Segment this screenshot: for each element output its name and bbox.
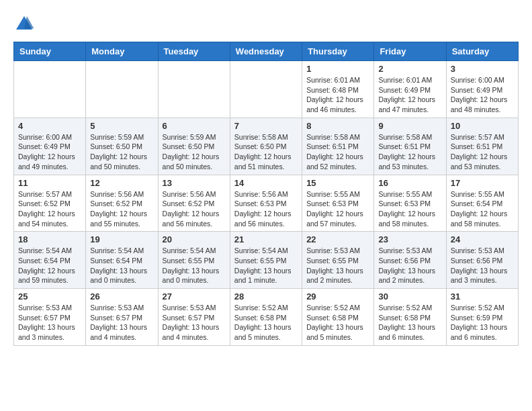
calendar-cell: 8Sunrise: 5:58 AM Sunset: 6:51 PM Daylig… <box>302 118 374 175</box>
calendar-week-row: 1Sunrise: 6:01 AM Sunset: 6:48 PM Daylig… <box>14 61 519 118</box>
calendar-cell: 18Sunrise: 5:54 AM Sunset: 6:54 PM Dayli… <box>14 232 86 289</box>
day-info: Sunrise: 5:53 AM Sunset: 6:57 PM Dayligh… <box>163 303 226 342</box>
calendar-cell: 23Sunrise: 5:53 AM Sunset: 6:56 PM Dayli… <box>374 232 446 289</box>
page-header <box>13 13 519 35</box>
day-number: 19 <box>90 234 153 244</box>
calendar-cell: 24Sunrise: 5:53 AM Sunset: 6:56 PM Dayli… <box>446 232 518 289</box>
calendar-cell: 13Sunrise: 5:56 AM Sunset: 6:52 PM Dayli… <box>158 175 230 232</box>
day-number: 20 <box>163 234 226 244</box>
day-number: 4 <box>18 121 81 131</box>
calendar-cell: 28Sunrise: 5:52 AM Sunset: 6:58 PM Dayli… <box>230 289 302 346</box>
calendar-cell <box>14 61 86 118</box>
calendar-cell: 7Sunrise: 5:58 AM Sunset: 6:50 PM Daylig… <box>230 118 302 175</box>
day-number: 8 <box>306 121 369 131</box>
calendar-cell: 3Sunrise: 6:00 AM Sunset: 6:49 PM Daylig… <box>446 61 518 118</box>
day-info: Sunrise: 5:52 AM Sunset: 6:58 PM Dayligh… <box>378 303 441 342</box>
calendar-cell: 12Sunrise: 5:56 AM Sunset: 6:52 PM Dayli… <box>86 175 158 232</box>
day-number: 23 <box>378 234 441 244</box>
day-number: 30 <box>378 291 441 302</box>
calendar-cell: 14Sunrise: 5:56 AM Sunset: 6:53 PM Dayli… <box>230 175 302 232</box>
day-number: 27 <box>163 291 226 302</box>
day-number: 16 <box>378 178 441 188</box>
day-info: Sunrise: 5:56 AM Sunset: 6:52 PM Dayligh… <box>163 189 226 229</box>
day-number: 11 <box>18 178 81 188</box>
day-info: Sunrise: 6:01 AM Sunset: 6:48 PM Dayligh… <box>306 75 369 115</box>
calendar-cell: 9Sunrise: 5:58 AM Sunset: 6:51 PM Daylig… <box>374 118 446 175</box>
day-info: Sunrise: 5:53 AM Sunset: 6:56 PM Dayligh… <box>378 246 441 285</box>
calendar-cell: 31Sunrise: 5:52 AM Sunset: 6:59 PM Dayli… <box>446 289 518 346</box>
day-info: Sunrise: 5:58 AM Sunset: 6:51 PM Dayligh… <box>378 132 441 172</box>
day-info: Sunrise: 5:52 AM Sunset: 6:58 PM Dayligh… <box>234 303 298 342</box>
day-number: 14 <box>234 178 298 188</box>
calendar-week-row: 4Sunrise: 6:00 AM Sunset: 6:49 PM Daylig… <box>14 118 519 175</box>
calendar-cell: 4Sunrise: 6:00 AM Sunset: 6:49 PM Daylig… <box>14 118 86 175</box>
calendar-cell: 6Sunrise: 5:59 AM Sunset: 6:50 PM Daylig… <box>158 118 230 175</box>
day-info: Sunrise: 5:53 AM Sunset: 6:57 PM Dayligh… <box>18 303 81 342</box>
day-info: Sunrise: 5:52 AM Sunset: 6:59 PM Dayligh… <box>451 303 514 342</box>
day-number: 7 <box>234 121 298 131</box>
day-info: Sunrise: 5:54 AM Sunset: 6:55 PM Dayligh… <box>163 246 226 285</box>
calendar-cell: 26Sunrise: 5:53 AM Sunset: 6:57 PM Dayli… <box>86 289 158 346</box>
day-info: Sunrise: 6:01 AM Sunset: 6:49 PM Dayligh… <box>378 75 441 115</box>
day-info: Sunrise: 5:55 AM Sunset: 6:53 PM Dayligh… <box>306 189 369 229</box>
day-info: Sunrise: 5:58 AM Sunset: 6:50 PM Dayligh… <box>234 132 298 172</box>
day-number: 10 <box>451 121 514 131</box>
calendar-cell: 17Sunrise: 5:55 AM Sunset: 6:54 PM Dayli… <box>446 175 518 232</box>
calendar-week-row: 25Sunrise: 5:53 AM Sunset: 6:57 PM Dayli… <box>14 289 519 346</box>
day-number: 15 <box>306 178 369 188</box>
day-info: Sunrise: 5:54 AM Sunset: 6:54 PM Dayligh… <box>90 246 153 285</box>
calendar-cell: 25Sunrise: 5:53 AM Sunset: 6:57 PM Dayli… <box>14 289 86 346</box>
day-number: 24 <box>451 234 514 244</box>
day-number: 6 <box>163 121 226 131</box>
calendar-cell <box>158 61 230 118</box>
calendar-cell: 15Sunrise: 5:55 AM Sunset: 6:53 PM Dayli… <box>302 175 374 232</box>
day-info: Sunrise: 5:53 AM Sunset: 6:56 PM Dayligh… <box>451 246 514 285</box>
calendar-week-row: 11Sunrise: 5:57 AM Sunset: 6:52 PM Dayli… <box>14 175 519 232</box>
calendar-week-row: 18Sunrise: 5:54 AM Sunset: 6:54 PM Dayli… <box>14 232 519 289</box>
day-number: 2 <box>378 64 441 74</box>
day-info: Sunrise: 5:58 AM Sunset: 6:51 PM Dayligh… <box>306 132 369 172</box>
day-info: Sunrise: 6:00 AM Sunset: 6:49 PM Dayligh… <box>18 132 81 172</box>
day-info: Sunrise: 5:59 AM Sunset: 6:50 PM Dayligh… <box>163 132 226 172</box>
day-number: 3 <box>451 64 514 74</box>
day-number: 29 <box>306 291 369 302</box>
day-number: 21 <box>234 234 298 244</box>
day-info: Sunrise: 5:59 AM Sunset: 6:50 PM Dayligh… <box>90 132 153 172</box>
day-info: Sunrise: 5:56 AM Sunset: 6:53 PM Dayligh… <box>234 189 298 229</box>
day-number: 9 <box>378 121 441 131</box>
weekday-header-friday: Friday <box>374 42 446 61</box>
calendar-cell: 22Sunrise: 5:53 AM Sunset: 6:55 PM Dayli… <box>302 232 374 289</box>
weekday-header-thursday: Thursday <box>302 42 374 61</box>
day-info: Sunrise: 5:53 AM Sunset: 6:55 PM Dayligh… <box>306 246 369 285</box>
calendar-cell: 5Sunrise: 5:59 AM Sunset: 6:50 PM Daylig… <box>86 118 158 175</box>
weekday-header-sunday: Sunday <box>14 42 86 61</box>
calendar-header-row: SundayMondayTuesdayWednesdayThursdayFrid… <box>14 42 519 61</box>
calendar-cell: 20Sunrise: 5:54 AM Sunset: 6:55 PM Dayli… <box>158 232 230 289</box>
day-info: Sunrise: 6:00 AM Sunset: 6:49 PM Dayligh… <box>451 75 514 115</box>
day-info: Sunrise: 5:55 AM Sunset: 6:53 PM Dayligh… <box>378 189 441 229</box>
day-info: Sunrise: 5:57 AM Sunset: 6:51 PM Dayligh… <box>451 132 514 172</box>
calendar-cell: 19Sunrise: 5:54 AM Sunset: 6:54 PM Dayli… <box>86 232 158 289</box>
day-number: 22 <box>306 234 369 244</box>
day-info: Sunrise: 5:53 AM Sunset: 6:57 PM Dayligh… <box>90 303 153 342</box>
weekday-header-saturday: Saturday <box>446 42 518 61</box>
day-number: 17 <box>451 178 514 188</box>
calendar-cell: 29Sunrise: 5:52 AM Sunset: 6:58 PM Dayli… <box>302 289 374 346</box>
logo-icon <box>13 13 35 35</box>
day-number: 28 <box>234 291 298 302</box>
day-number: 26 <box>90 291 153 302</box>
day-info: Sunrise: 5:56 AM Sunset: 6:52 PM Dayligh… <box>90 189 153 229</box>
calendar-cell <box>230 61 302 118</box>
calendar-cell: 10Sunrise: 5:57 AM Sunset: 6:51 PM Dayli… <box>446 118 518 175</box>
calendar-cell: 21Sunrise: 5:54 AM Sunset: 6:55 PM Dayli… <box>230 232 302 289</box>
logo <box>13 13 38 35</box>
weekday-header-wednesday: Wednesday <box>230 42 302 61</box>
day-info: Sunrise: 5:57 AM Sunset: 6:52 PM Dayligh… <box>18 189 81 229</box>
day-number: 13 <box>163 178 226 188</box>
svg-marker-1 <box>24 16 34 28</box>
day-info: Sunrise: 5:55 AM Sunset: 6:54 PM Dayligh… <box>451 189 514 229</box>
day-number: 18 <box>18 234 81 244</box>
calendar-cell: 2Sunrise: 6:01 AM Sunset: 6:49 PM Daylig… <box>374 61 446 118</box>
calendar-cell: 30Sunrise: 5:52 AM Sunset: 6:58 PM Dayli… <box>374 289 446 346</box>
calendar-table: SundayMondayTuesdayWednesdayThursdayFrid… <box>13 42 519 346</box>
